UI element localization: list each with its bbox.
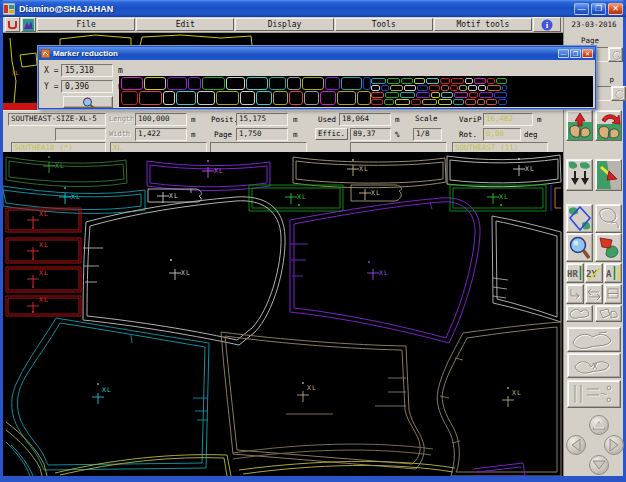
- pattern-piece-red-rect-4[interactable]: XL: [6, 296, 81, 316]
- menu-tools[interactable]: Tools: [335, 18, 433, 31]
- dialog-maximize-button[interactable]: ❐: [570, 49, 581, 58]
- pattern-piece-waistband-green[interactable]: XL: [6, 156, 127, 186]
- pieces-disabled-button[interactable]: [595, 204, 622, 233]
- tool-2y-button[interactable]: 2Y: [585, 263, 603, 283]
- pattern-piece-red-rect-3[interactable]: XL: [6, 267, 81, 292]
- marker-reduction-dialog[interactable]: Marker reduction — ❐ ✕ X = 15,318 m Y = …: [38, 46, 596, 109]
- used-field[interactable]: 18,064: [339, 113, 391, 126]
- pan-right-button[interactable]: [604, 435, 624, 455]
- mini-piece: [320, 91, 336, 105]
- marker-name-field[interactable]: SOUTHEAST-SIZE-XL-5: [8, 113, 106, 126]
- dialog-y-field[interactable]: 0,396: [61, 80, 113, 93]
- tool-teal-button[interactable]: [21, 17, 36, 32]
- menu-display[interactable]: Display: [235, 18, 333, 31]
- swap-arrows-disabled-button[interactable]: [585, 284, 603, 304]
- dialog-minimize-button[interactable]: —: [558, 49, 569, 58]
- dialog-close-button[interactable]: ✕: [582, 49, 593, 58]
- pattern-piece-panel-white-large[interactable]: XL: [83, 197, 285, 345]
- pattern-piece-waistband-teal[interactable]: XL: [3, 186, 145, 213]
- varip-label: VariP: [459, 115, 482, 124]
- dialog-zoom-button[interactable]: [63, 96, 113, 108]
- pattern-large-3-button[interactable]: [567, 380, 621, 408]
- corner-arrow-disabled-button[interactable]: [566, 284, 584, 304]
- tool-a-button[interactable]: A: [604, 263, 622, 283]
- pattern-piece-panel-purple-large[interactable]: XL: [290, 198, 480, 343]
- pattern-piece-panel-brown-right[interactable]: XL: [437, 322, 561, 476]
- minimize-button[interactable]: —: [574, 3, 589, 15]
- piece-flag-icon: [597, 234, 621, 261]
- dialog-title: Marker reduction: [53, 49, 557, 58]
- tool-red-button[interactable]: [5, 17, 20, 32]
- pattern-piece-panel-gray-right[interactable]: [492, 216, 561, 322]
- zoom-button[interactable]: [566, 233, 593, 262]
- mini-piece: [176, 91, 196, 105]
- mini-piece: [438, 99, 452, 105]
- svg-text:XL: XL: [39, 241, 49, 249]
- pattern-large-2-button[interactable]: [567, 353, 621, 378]
- page-nav-button[interactable]: [608, 47, 623, 62]
- info-icon: i: [541, 19, 553, 31]
- maximize-button[interactable]: ❐: [591, 3, 606, 15]
- mini-piece: [390, 85, 403, 91]
- pattern-piece-green-rect-left[interactable]: XL: [249, 185, 343, 211]
- pattern-piece-waistband-tan[interactable]: XL: [293, 157, 446, 188]
- marker-rotate-button[interactable]: [595, 110, 622, 141]
- piece-eject-icon: [597, 161, 621, 189]
- pattern-pieces-icon: [569, 329, 619, 351]
- svg-text:XL: XL: [214, 167, 224, 175]
- dialog-x-field[interactable]: 15,318: [61, 64, 113, 77]
- pattern-large-1-button[interactable]: [567, 327, 621, 352]
- mini-piece: [325, 77, 340, 90]
- scale-field[interactable]: 1/8: [413, 128, 442, 141]
- menu-file[interactable]: File: [37, 18, 135, 31]
- varip-unit: m: [537, 115, 542, 124]
- pattern-piece-panel-brown-center[interactable]: XL: [221, 332, 424, 469]
- menu-motif-tools[interactable]: Motif tools: [434, 18, 532, 31]
- pattern-piece-waistband-purple[interactable]: XL: [147, 160, 270, 190]
- pattern-b-disabled-button[interactable]: [595, 305, 622, 322]
- piece-eject-button[interactable]: [595, 159, 622, 191]
- empty-field-row2[interactable]: [55, 128, 106, 141]
- jump-button[interactable]: [611, 86, 626, 101]
- pattern-piece-red-rect-1[interactable]: XL: [6, 208, 81, 232]
- svg-text:XL: XL: [371, 189, 381, 197]
- length-field[interactable]: 100,000: [135, 113, 187, 126]
- pattern-piece-orange-edge-piece[interactable]: [555, 188, 561, 208]
- menu-edit[interactable]: Edit: [136, 18, 234, 31]
- selection-diamond-button[interactable]: [566, 204, 593, 233]
- effic-label[interactable]: Effic.: [315, 128, 348, 140]
- corner-arrow-icon: [567, 285, 583, 303]
- pan-left-button[interactable]: [566, 435, 586, 455]
- mini-piece: [226, 77, 245, 90]
- dialog-preview[interactable]: [119, 76, 593, 107]
- info-button[interactable]: i: [533, 17, 561, 32]
- page-field[interactable]: 1,750: [236, 128, 288, 141]
- overview-page-indicator: [3, 103, 41, 110]
- pattern-piece-olive-band-left[interactable]: [55, 455, 231, 476]
- rot-field[interactable]: 0,00: [483, 128, 521, 141]
- pattern-piece-purple-fragment-bottom[interactable]: [473, 463, 525, 476]
- pieces-drop-button[interactable]: [566, 159, 593, 191]
- pattern-piece-panel-teal-large[interactable]: XL: [12, 318, 209, 470]
- tool-hr-button[interactable]: HR: [566, 263, 584, 283]
- width-field[interactable]: 1,422: [135, 128, 187, 141]
- marker-canvas[interactable]: XLXLXLXLXLXLXLXLXLXLXLXLXLXLXLXLXLXL: [3, 152, 563, 476]
- title-bar[interactable]: Diamino@SHAJAHAN — ❐ ✕: [0, 0, 626, 17]
- pattern-piece-waistband-white[interactable]: XL: [447, 155, 561, 187]
- dialog-title-bar[interactable]: Marker reduction — ❐ ✕: [39, 47, 595, 60]
- pattern-piece-teal-fragment-left[interactable]: [6, 442, 33, 476]
- pattern-a-disabled-button[interactable]: [566, 305, 593, 322]
- pan-down-button[interactable]: [589, 455, 609, 475]
- magnifier-icon: [82, 97, 95, 108]
- marker-move-up-button[interactable]: [566, 110, 593, 141]
- varip-field[interactable]: 16,482: [483, 113, 533, 126]
- close-button[interactable]: ✕: [608, 3, 623, 15]
- effic-field[interactable]: 89,37: [350, 128, 391, 141]
- box-disabled-button[interactable]: [604, 284, 622, 304]
- pan-up-button[interactable]: [589, 415, 609, 435]
- piece-flag-button[interactable]: [595, 233, 622, 262]
- mini-piece: [395, 99, 410, 105]
- posit-field[interactable]: 15,175: [236, 113, 288, 126]
- overview-piece-outline: [20, 53, 37, 67]
- pattern-piece-red-rect-2[interactable]: XL: [6, 238, 81, 263]
